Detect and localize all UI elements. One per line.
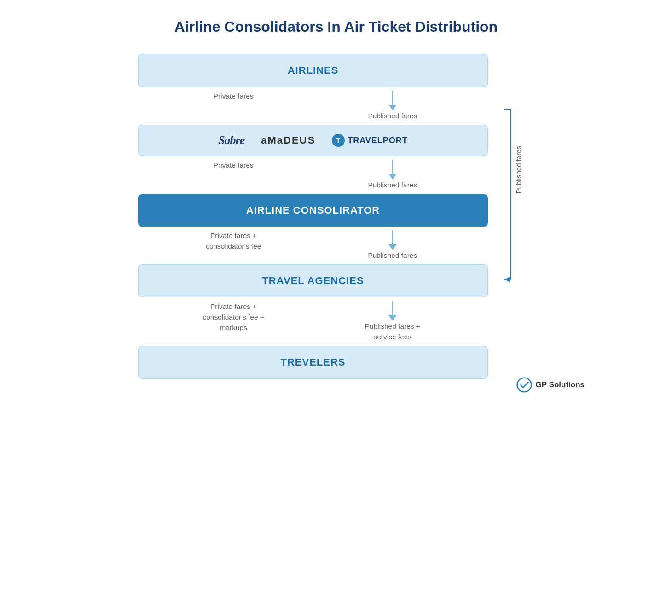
svg-marker-3 xyxy=(504,277,510,282)
arrow-airlines-gds-left: Private fares xyxy=(166,91,301,101)
arrow-airlines-gds-right: Published fares xyxy=(325,91,460,121)
travelport-icon: T xyxy=(332,134,345,147)
travel-agencies-box: TRAVEL AGENCIES xyxy=(138,264,488,297)
travelers-box: TREVELERS xyxy=(138,346,488,379)
diagram-inner: AIRLINES Private fares Publish xyxy=(129,54,497,379)
arrow-ta-travelers-left: Private fares + consolidator's fee + mar… xyxy=(166,301,301,333)
side-bracket-area: Published fares xyxy=(502,54,543,379)
consolidator-box: AIRLINE CONSOLIRATOR xyxy=(138,194,488,227)
arrow-gds-consolidator-right: Published fares xyxy=(325,160,460,190)
gp-solutions-text: GP Solutions xyxy=(536,380,585,389)
svg-point-4 xyxy=(517,378,531,392)
gds-box: Sabre aMaDEUS T TRAVELPORT xyxy=(138,125,488,156)
gds-to-consolidator-arrows: Private fares Published fares xyxy=(138,156,488,194)
side-bracket-svg xyxy=(502,105,539,298)
arrow-ta-travelers-right: Published fares + service fees xyxy=(325,301,460,343)
page-wrapper: Airline Consolidators In Air Ticket Dist… xyxy=(74,0,598,407)
page-title: Airline Consolidators In Air Ticket Dist… xyxy=(83,18,589,35)
amadeus-logo: aMaDEUS xyxy=(261,134,315,146)
consolidator-to-ta-arrows: Private fares + consolidator's fee Publi… xyxy=(138,227,488,264)
gp-check-icon xyxy=(516,377,532,393)
sabre-logo: Sabre xyxy=(218,134,244,147)
travelport-logo: T TRAVELPORT xyxy=(332,134,408,147)
airlines-to-gds-arrows: Private fares Published fares xyxy=(138,87,488,125)
diagram-container: AIRLINES Private fares Publish xyxy=(129,54,543,379)
side-published-fares-label: Published fares xyxy=(515,146,522,193)
airlines-box: AIRLINES xyxy=(138,54,488,87)
arrow-consolidator-ta-right: Published fares xyxy=(325,230,460,261)
arrow-consolidator-ta-left: Private fares + consolidator's fee xyxy=(166,230,301,252)
arrow-gds-consolidator-left: Private fares xyxy=(166,160,301,170)
ta-to-travelers-arrows: Private fares + consolidator's fee + mar… xyxy=(138,297,488,346)
gp-solutions-logo: GP Solutions xyxy=(516,377,585,393)
